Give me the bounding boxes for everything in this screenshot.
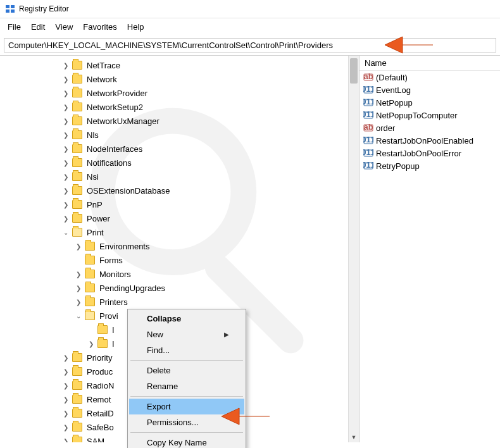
tree-node-nodeinterfaces[interactable]: ❯NodeInterfaces [0,142,359,156]
tree-node-network[interactable]: ❯Network [0,72,359,86]
tree-node-notifications[interactable]: ❯Notifications [0,156,359,170]
context-menu-copy-key-name[interactable]: Copy Key Name [129,435,244,448]
folder-icon [72,144,82,153]
menu-file[interactable]: File [3,20,26,34]
context-menu-delete[interactable]: Delete [129,363,244,378]
value-row[interactable]: 011EventLog [359,84,500,96]
tree-node-printers[interactable]: ❯Printers [0,295,359,309]
expander-icon[interactable]: ❯ [61,354,71,361]
tree-node-nsi[interactable]: ❯Nsi [0,170,359,184]
expander-icon[interactable]: ❯ [61,146,71,152]
tree-node-print[interactable]: ⌄Print [0,225,359,239]
expander-icon[interactable]: ❯ [61,90,71,97]
context-menu-label: Delete [147,366,171,375]
tree-node-pendingupgrades[interactable]: ❯PendingUpgrades [0,281,359,295]
tree-node-power[interactable]: ❯Power [0,211,359,225]
context-menu-label: Permissions... [147,418,199,427]
menu-view[interactable]: View [50,20,78,34]
tree-node-pnp[interactable]: ❯PnP [0,197,359,211]
tree-node-nettrace[interactable]: ❯NetTrace [0,58,359,72]
tree-node-label: Nls [85,130,101,140]
value-row[interactable]: 011RestartJobOnPoolError [359,147,500,159]
expander-icon[interactable]: ❯ [61,159,71,166]
tree-node-label: Network [85,74,119,85]
context-menu-label: Collapse [147,314,181,323]
tree-node-forms[interactable]: Forms [0,253,359,267]
tree-node-environments[interactable]: ❯Environments [0,239,359,253]
expander-icon[interactable]: ❯ [61,104,71,111]
folder-icon [72,116,82,125]
value-name: RestartJobOnPoolError [376,149,461,158]
tree-node-networkprovider[interactable]: ❯NetworkProvider [0,86,359,100]
context-menu-rename[interactable]: Rename [129,378,244,394]
tree-node-networkuxmanager[interactable]: ❯NetworkUxManager [0,114,359,128]
expander-icon[interactable]: ❯ [61,215,71,222]
expander-icon[interactable]: ❯ [61,424,71,431]
tree-node-label: Notifications [85,158,134,168]
window-title: Registry Editor [19,4,69,13]
expander-icon[interactable]: ⌄ [73,313,84,320]
tree-node-label: OSExtensionDatabase [85,185,172,196]
expander-icon[interactable]: ❯ [61,118,71,125]
folder-icon [97,339,108,348]
tree-node-monitors[interactable]: ❯Monitors [0,267,359,281]
values-pane[interactable]: Name ab(Default)011EventLog011NetPopup01… [359,56,500,442]
expander-icon[interactable]: ❯ [61,396,71,403]
expander-icon[interactable]: ❯ [61,201,71,208]
folder-icon [72,130,82,139]
expander-icon[interactable]: ❯ [61,187,71,194]
tree-node-label: Environments [97,241,151,252]
scroll-thumb[interactable] [350,58,358,84]
folder-icon [72,367,82,376]
svg-text:011: 011 [363,148,373,157]
context-menu-collapse[interactable]: Collapse [129,311,244,327]
expander-icon[interactable]: ❯ [61,132,71,139]
value-row[interactable]: 011NetPopupToComputer [359,109,500,121]
value-row[interactable]: aborder [359,121,500,134]
expander-icon[interactable]: ❯ [61,382,71,389]
expander-icon[interactable]: ❯ [61,76,71,83]
svg-rect-5 [6,9,9,13]
tree-node-networksetup2[interactable]: ❯NetworkSetup2 [0,100,359,114]
value-row[interactable]: 011NetPopup [359,96,500,109]
menu-edit[interactable]: Edit [26,20,50,34]
svg-text:ab: ab [363,72,373,81]
expander-icon[interactable]: ❯ [61,438,71,443]
folder-icon [72,61,82,70]
expander-icon[interactable]: ⌄ [61,229,71,236]
folder-icon [72,103,82,111]
expander-icon[interactable]: ❯ [73,271,84,278]
titlebar: Registry Editor [0,0,500,18]
value-row[interactable]: ab(Default) [359,71,500,84]
arrow-annotation-address [384,32,434,58]
folder-icon [72,395,82,404]
tree-node-label: RadioN [85,380,116,391]
value-name: NetPopupToComputer [376,111,458,120]
value-row[interactable]: 011RestartJobOnPoolEnabled [359,134,500,147]
expander-icon[interactable]: ❯ [61,173,71,180]
menu-favorites[interactable]: Favorites [78,20,122,34]
expander-icon[interactable]: ❯ [73,285,84,292]
tree-node-label: SafeBo [85,422,116,433]
tree-node-nls[interactable]: ❯Nls [0,128,359,142]
svg-text:011: 011 [363,161,373,170]
value-row[interactable]: 011RetryPopup [359,159,500,172]
context-menu-find-[interactable]: Find... [129,342,244,358]
expander-icon[interactable]: ❯ [86,340,96,347]
expander-icon[interactable]: ❯ [73,299,84,306]
expander-icon[interactable]: ❯ [61,410,71,417]
expander-icon[interactable]: ❯ [61,368,71,375]
folder-icon [85,242,95,251]
tree-scrollbar[interactable]: ▲ ▼ [348,56,359,442]
scroll-down-icon[interactable]: ▼ [349,432,359,442]
context-menu-new[interactable]: New▶ [129,327,244,342]
folder-icon [72,409,82,418]
tree-node-label: Remot [85,394,113,405]
tree-node-label: PendingUpgrades [97,283,167,294]
expander-icon[interactable]: ❯ [61,62,71,69]
tree-node-osextensiondatabase[interactable]: ❯OSExtensionDatabase [0,184,359,197]
tree-node-label: Priority [85,352,114,363]
menu-help[interactable]: Help [122,20,149,34]
context-menu-separator [130,360,243,361]
expander-icon[interactable]: ❯ [73,243,84,250]
